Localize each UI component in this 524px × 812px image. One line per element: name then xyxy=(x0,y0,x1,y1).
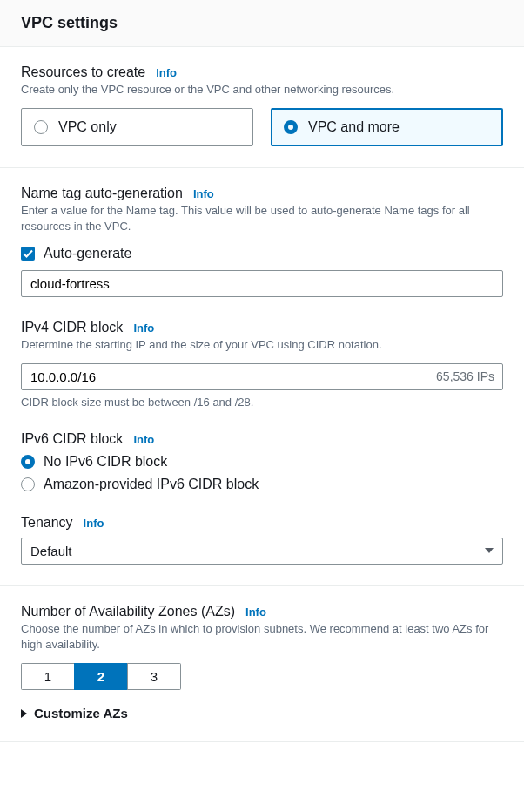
tile-vpc-and-more[interactable]: VPC and more xyxy=(271,108,503,146)
ipv6-option-none-label: No IPv6 CIDR block xyxy=(44,454,167,470)
section-vpc-config: Name tag auto-generation Info Enter a va… xyxy=(0,168,524,586)
resources-heading: Resources to create xyxy=(21,64,145,80)
tile-vpc-and-more-label: VPC and more xyxy=(308,119,400,135)
nametag-input[interactable] xyxy=(21,270,503,297)
azs-description: Choose the number of AZs in which to pro… xyxy=(21,621,503,653)
az-option-2[interactable]: 2 xyxy=(74,663,128,690)
az-option-3[interactable]: 3 xyxy=(127,663,181,690)
tenancy-heading: Tenancy xyxy=(21,515,73,531)
nametag-info-link[interactable]: Info xyxy=(193,187,214,200)
tenancy-info-link[interactable]: Info xyxy=(84,517,104,530)
az-option-1[interactable]: 1 xyxy=(21,663,75,690)
ipv6-option-none[interactable]: No IPv6 CIDR block xyxy=(21,454,503,470)
azs-heading: Number of Availability Zones (AZs) xyxy=(21,604,235,619)
radio-icon xyxy=(21,477,35,491)
section-azs: Number of Availability Zones (AZs) Info … xyxy=(0,586,524,742)
radio-icon xyxy=(34,120,48,134)
tile-vpc-only[interactable]: VPC only xyxy=(21,108,253,146)
ipv6-option-amazon[interactable]: Amazon-provided IPv6 CIDR block xyxy=(21,477,503,492)
tile-vpc-only-label: VPC only xyxy=(58,119,117,135)
radio-icon xyxy=(284,120,298,134)
radio-icon xyxy=(21,455,35,469)
ipv4-description: Determine the starting IP and the size o… xyxy=(21,337,503,353)
azs-info-link[interactable]: Info xyxy=(245,606,266,619)
autogenerate-label: Auto-generate xyxy=(44,246,131,261)
ipv4-info-link[interactable]: Info xyxy=(133,321,154,335)
ipv6-info-link[interactable]: Info xyxy=(133,433,154,446)
check-icon xyxy=(23,248,33,259)
resources-description: Create only the VPC resource or the VPC … xyxy=(21,82,503,98)
tenancy-value: Default xyxy=(30,544,72,558)
ipv4-heading: IPv4 CIDR block xyxy=(21,320,123,335)
tenancy-select[interactable]: Default xyxy=(21,538,503,565)
customize-azs-label: Customize AZs xyxy=(34,706,128,721)
nametag-heading: Name tag auto-generation xyxy=(21,186,183,201)
page-title: VPC settings xyxy=(21,14,503,32)
azs-segmented-control: 1 2 3 xyxy=(21,663,181,690)
ipv6-heading: IPv6 CIDR block xyxy=(21,431,123,447)
resources-info-link[interactable]: Info xyxy=(156,66,177,79)
customize-azs-toggle[interactable]: Customize AZs xyxy=(21,706,503,721)
chevron-down-icon xyxy=(485,548,494,553)
ipv4-hint: CIDR block size must be between /16 and … xyxy=(21,396,503,409)
page-header: VPC settings xyxy=(0,0,524,47)
autogenerate-checkbox[interactable] xyxy=(21,247,35,261)
ipv6-option-amazon-label: Amazon-provided IPv6 CIDR block xyxy=(44,477,259,492)
caret-right-icon xyxy=(21,709,27,718)
nametag-description: Enter a value for the Name tag. This val… xyxy=(21,203,503,234)
ipv4-cidr-input[interactable] xyxy=(21,363,503,390)
section-resources: Resources to create Info Create only the… xyxy=(0,47,524,168)
